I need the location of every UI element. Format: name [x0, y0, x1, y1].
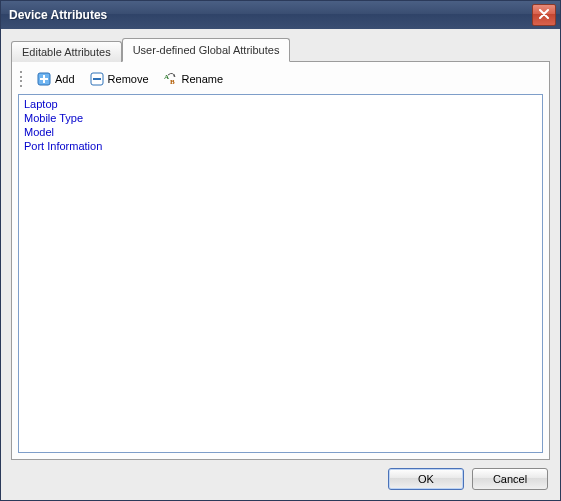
rename-label: Rename [182, 73, 224, 85]
svg-text:B: B [170, 78, 175, 86]
toolbar-grip [20, 71, 24, 87]
list-item[interactable]: Model [23, 125, 538, 139]
list-item[interactable]: Port Information [23, 139, 538, 153]
add-button[interactable]: Add [32, 69, 79, 89]
toolbar: Add Remove A B [18, 68, 543, 90]
close-button[interactable] [532, 4, 556, 26]
ok-label: OK [418, 473, 434, 485]
list-item[interactable]: Mobile Type [23, 111, 538, 125]
tab-editable-attributes[interactable]: Editable Attributes [11, 41, 122, 62]
rename-button[interactable]: A B Rename [159, 69, 228, 89]
tab-label: Editable Attributes [22, 46, 111, 58]
close-icon [539, 8, 549, 22]
titlebar: Device Attributes [1, 1, 560, 29]
dialog-footer: OK Cancel [11, 460, 550, 492]
cancel-button[interactable]: Cancel [472, 468, 548, 490]
dialog-body: Editable Attributes User-defined Global … [1, 29, 560, 500]
attributes-listbox[interactable]: Laptop Mobile Type Model Port Informatio… [18, 94, 543, 453]
cancel-label: Cancel [493, 473, 527, 485]
tab-user-defined-global-attributes[interactable]: User-defined Global Attributes [122, 38, 291, 62]
tab-panel: Add Remove A B [11, 61, 550, 460]
device-attributes-dialog: Device Attributes Editable Attributes Us… [0, 0, 561, 501]
minus-icon [89, 71, 105, 87]
plus-icon [36, 71, 52, 87]
ok-button[interactable]: OK [388, 468, 464, 490]
tabstrip: Editable Attributes User-defined Global … [11, 39, 550, 61]
window-title: Device Attributes [9, 8, 107, 22]
remove-button[interactable]: Remove [85, 69, 153, 89]
rename-icon: A B [163, 71, 179, 87]
tab-label: User-defined Global Attributes [133, 44, 280, 56]
list-item[interactable]: Laptop [23, 97, 538, 111]
add-label: Add [55, 73, 75, 85]
remove-label: Remove [108, 73, 149, 85]
